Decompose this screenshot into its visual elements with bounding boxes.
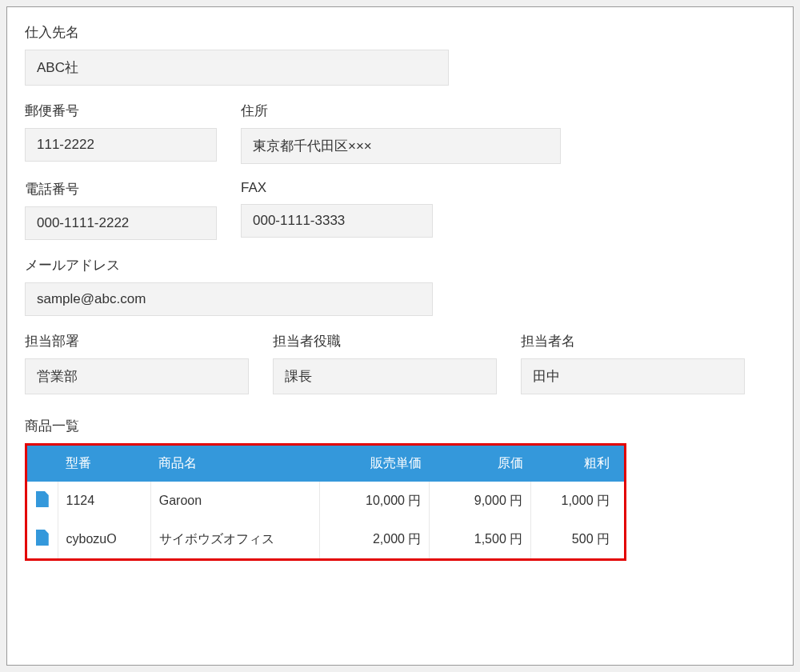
- email-label: メールアドレス: [25, 256, 433, 274]
- document-icon: [36, 530, 49, 546]
- products-label: 商品一覧: [25, 417, 775, 435]
- dept-value: 営業部: [25, 358, 249, 394]
- fax-label: FAX: [241, 180, 433, 196]
- name-label: 担当者名: [521, 332, 745, 350]
- table-row[interactable]: cybozuO サイボウズオフィス 2,000 円 1,500 円 500 円: [27, 520, 624, 558]
- phone-field: 電話番号 000-1111-2222: [25, 180, 217, 240]
- cell-profit: 500 円: [531, 520, 624, 558]
- th-model: 型番: [58, 446, 150, 482]
- name-value: 田中: [521, 358, 745, 394]
- cell-model: cybozuO: [58, 520, 150, 558]
- title-field: 担当者役職 課長: [273, 332, 497, 394]
- th-price: 販売単価: [320, 446, 430, 482]
- th-icon: [27, 446, 58, 482]
- table-row[interactable]: 1124 Garoon 10,000 円 9,000 円 1,000 円: [27, 482, 624, 520]
- cell-cost: 9,000 円: [430, 482, 531, 520]
- fax-value: 000-1111-3333: [241, 204, 433, 238]
- dept-label: 担当部署: [25, 332, 249, 350]
- title-value: 課長: [273, 358, 497, 394]
- postal-field: 郵便番号 111-2222: [25, 102, 217, 164]
- address-label: 住所: [241, 102, 561, 120]
- cell-name: サイボウズオフィス: [150, 520, 319, 558]
- email-value: sample@abc.com: [25, 282, 433, 316]
- phone-label: 電話番号: [25, 180, 217, 198]
- cell-price: 2,000 円: [320, 520, 430, 558]
- cell-profit: 1,000 円: [531, 482, 624, 520]
- postal-label: 郵便番号: [25, 102, 217, 120]
- supplier-label: 仕入先名: [25, 23, 449, 42]
- postal-value: 111-2222: [25, 128, 217, 162]
- cell-cost: 1,500 円: [430, 520, 531, 558]
- products-table: 型番 商品名 販売単価 原価 粗利 1124 Garoon 10,000 円 9…: [27, 446, 624, 558]
- document-icon: [36, 491, 49, 507]
- cell-model: 1124: [58, 482, 150, 520]
- title-label: 担当者役職: [273, 332, 497, 350]
- name-field: 担当者名 田中: [521, 332, 745, 394]
- supplier-field: 仕入先名 ABC社: [25, 23, 449, 86]
- cell-name: Garoon: [150, 482, 319, 520]
- products-table-wrap: 型番 商品名 販売単価 原価 粗利 1124 Garoon 10,000 円 9…: [25, 443, 626, 561]
- fax-field: FAX 000-1111-3333: [241, 180, 433, 240]
- phone-value: 000-1111-2222: [25, 206, 217, 240]
- supplier-value: ABC社: [25, 50, 449, 86]
- cell-price: 10,000 円: [320, 482, 430, 520]
- th-cost: 原価: [430, 446, 531, 482]
- form-container: 仕入先名 ABC社 郵便番号 111-2222 住所 東京都千代田区××× 電話…: [6, 6, 794, 666]
- products-section: 商品一覧 型番 商品名 販売単価 原価 粗利 1124: [25, 417, 775, 561]
- address-field: 住所 東京都千代田区×××: [241, 102, 561, 164]
- th-name: 商品名: [150, 446, 319, 482]
- address-value: 東京都千代田区×××: [241, 128, 561, 164]
- th-profit: 粗利: [531, 446, 624, 482]
- dept-field: 担当部署 営業部: [25, 332, 249, 394]
- email-field: メールアドレス sample@abc.com: [25, 256, 433, 316]
